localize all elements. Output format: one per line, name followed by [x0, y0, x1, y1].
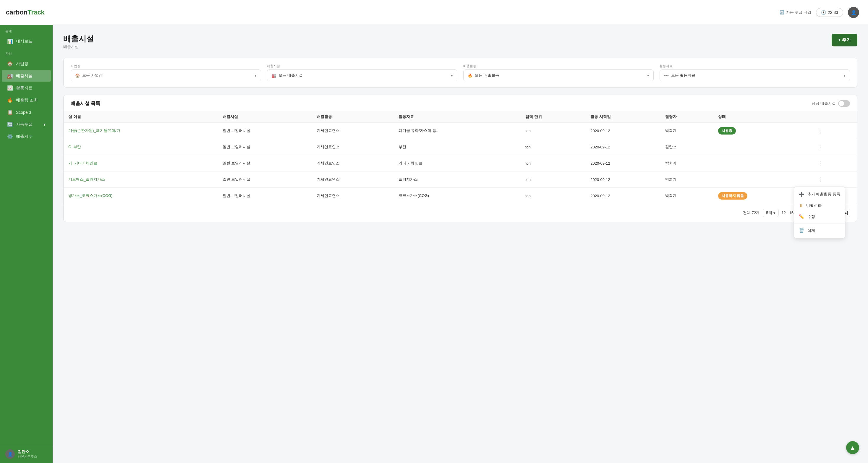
- time-display: 🕐 22:33: [816, 8, 843, 17]
- filter-business-select[interactable]: 🏠 모든 사업장 ▾: [71, 69, 261, 81]
- pagination-total: 전체 72개: [743, 210, 760, 216]
- sidebar-item-activity-data[interactable]: 📈 활동자료: [2, 82, 51, 94]
- cell-status: [713, 139, 811, 155]
- cell-name: 냉가스_코크스가스(COG): [64, 188, 218, 204]
- scope3-icon: 📋: [7, 110, 13, 115]
- sidebar-item-label: Scope 3: [16, 110, 31, 115]
- context-menu-add-activity[interactable]: ➕ 추가 배출활동 등록: [794, 189, 845, 200]
- logo-track: Track: [28, 8, 44, 16]
- col-status: 상태: [713, 111, 811, 123]
- facility-link[interactable]: 가_기타기체연료: [68, 161, 97, 165]
- filter-activity-select[interactable]: 🔥 모든 배출활동 ▾: [463, 69, 654, 81]
- home-icon: 🏠: [7, 61, 13, 66]
- cell-manager: 박회계: [660, 123, 713, 139]
- sidebar-item-dashboard[interactable]: 📊 대시보드: [2, 35, 51, 47]
- filter-business-value: 모든 사업장: [82, 73, 102, 78]
- cell-start-date: 2020-09-12: [586, 155, 660, 172]
- row-menu-button[interactable]: ⋮: [816, 176, 825, 183]
- cell-start-date: 2020-09-12: [586, 123, 660, 139]
- logo-carbon: carbon: [6, 8, 28, 16]
- cell-unit: ton: [521, 172, 586, 188]
- gear-icon: ⚙️: [7, 134, 13, 139]
- filter-activity-data-select[interactable]: 〰️ 모든 활동자료 ▾: [659, 69, 850, 81]
- row-menu-button[interactable]: ⋮: [816, 127, 825, 134]
- charge-toggle[interactable]: [838, 100, 850, 107]
- refresh-icon: 🔄: [780, 10, 784, 14]
- user-name: 김탄소: [18, 449, 37, 455]
- cell-status: 사용중: [713, 123, 811, 139]
- scroll-top-button[interactable]: ▲: [846, 441, 859, 454]
- facility-link[interactable]: G_부탄: [68, 145, 81, 149]
- context-menu: ➕ 추가 배출활동 등록 ⏸ 비활성화 ✏️ 수정 🗑️ 삭제: [794, 187, 845, 238]
- cell-name: G_부탄: [64, 139, 218, 155]
- pause-icon: ⏸: [799, 203, 803, 208]
- sidebar-user: 👤 김탄소 카본사우루스: [0, 445, 53, 463]
- filter-facility-label: 배출시설: [267, 64, 457, 68]
- cell-name: 기오매스_슬러지가스: [64, 172, 218, 188]
- status-badge: 사용하지 않음: [718, 192, 747, 199]
- cell-manager: 김탄소: [660, 139, 713, 155]
- sidebar-item-label: 자동수집: [16, 122, 33, 127]
- cell-menu: ⋮: [811, 155, 857, 172]
- sidebar-item-emission-inquiry[interactable]: 🔥 배출량 조회: [2, 94, 51, 106]
- table-row: 기물(순환자원)_폐기물유화/가 일반 보일러시설 기체연료연소 폐기물 유화/…: [64, 123, 857, 139]
- filter-business: 사업장 🏠 모든 사업장 ▾: [71, 64, 261, 81]
- sync-icon: 🔄: [7, 122, 13, 127]
- filter-facility-select[interactable]: 🏭 모든 배출시설 ▾: [267, 69, 457, 81]
- sidebar-item-emission-factor[interactable]: ⚙️ 배출계수: [2, 131, 51, 142]
- chevron-down-icon: ▾: [43, 122, 45, 127]
- cell-status: [713, 172, 811, 188]
- sidebar-item-auto-collect[interactable]: 🔄 자동수집 ▾: [2, 119, 51, 130]
- cell-activity-data: 폐기물 유화/가스화 등...: [394, 123, 521, 139]
- sidebar-item-scope3[interactable]: 📋 Scope 3: [2, 106, 51, 118]
- context-menu-delete[interactable]: 🗑️ 삭제: [794, 225, 845, 236]
- filter-activity-label: 배출활동: [463, 64, 654, 68]
- col-manager: 담당자: [660, 111, 713, 123]
- auto-collect-label: 자동 수집 작업: [786, 10, 811, 15]
- user-avatar[interactable]: 👤: [848, 7, 859, 18]
- filter-activity-value: 모든 배출활동: [475, 73, 499, 78]
- main-area: 🔄 자동 수집 작업 🕐 22:33 👤 배출시설 배출시설 + 추가 사업장 …: [53, 0, 868, 463]
- sidebar-item-business[interactable]: 🏠 사업장: [2, 58, 51, 69]
- cell-start-date: 2020-09-12: [586, 188, 660, 204]
- cell-activity-data: 코크스가스(COG): [394, 188, 521, 204]
- table-row: 기오매스_슬러지가스 일반 보일러시설 기체연료연소 슬러지가스 ton 202…: [64, 172, 857, 188]
- row-menu-button[interactable]: ⋮: [816, 143, 825, 151]
- cell-unit: ton: [521, 123, 586, 139]
- cell-facility: 일반 보일러시설: [218, 188, 312, 204]
- facility-link[interactable]: 기오매스_슬러지가스: [68, 177, 105, 182]
- cell-activity-data: 부탄: [394, 139, 521, 155]
- wave-filter-icon: 〰️: [664, 73, 669, 78]
- sidebar-item-emission-facility[interactable]: 🏭 배출시설: [2, 70, 51, 82]
- cell-unit: ton: [521, 139, 586, 155]
- table-row: 냉가스_코크스가스(COG) 일반 보일러시설 기체연료연소 코크스가스(COG…: [64, 188, 857, 204]
- cell-facility: 일반 보일러시설: [218, 155, 312, 172]
- add-button[interactable]: + 추가: [832, 34, 857, 47]
- cell-activity: 기체연료연소: [312, 139, 394, 155]
- col-actions: [811, 111, 857, 123]
- facility-link[interactable]: 기물(순환자원)_폐기물유화/가: [68, 128, 120, 133]
- sidebar-item-label: 배출시설: [16, 73, 33, 79]
- filter-activity-data-value: 모든 활동자료: [671, 73, 695, 78]
- context-menu-edit[interactable]: ✏️ 수정: [794, 211, 845, 222]
- facility-link[interactable]: 냉가스_코크스가스(COG): [68, 193, 113, 198]
- pagination-per-page-select[interactable]: 5개 ▾: [763, 209, 778, 217]
- sidebar-item-label: 배출량 조회: [16, 98, 38, 103]
- breadcrumb: 배출시설: [63, 44, 94, 50]
- table-row: G_부탄 일반 보일러시설 기체연료연소 부탄 ton 2020-09-12 김…: [64, 139, 857, 155]
- app-logo: carbonTrack: [0, 0, 53, 25]
- page-title: 배출시설: [63, 34, 94, 44]
- filter-facility-value: 모든 배출시설: [278, 73, 303, 78]
- row-menu-button[interactable]: ⋮: [816, 159, 825, 167]
- cell-unit: ton: [521, 155, 586, 172]
- fire-filter-icon: 🔥: [468, 73, 472, 78]
- table-title: 배출시설 목록: [71, 100, 100, 107]
- sidebar-section-stats: 통계: [0, 25, 53, 35]
- edit-icon: ✏️: [799, 214, 804, 219]
- header: 🔄 자동 수집 작업 🕐 22:33 👤: [53, 0, 868, 25]
- filter-activity: 배출활동 🔥 모든 배출활동 ▾: [463, 64, 654, 81]
- cell-activity-data: 기타 기체연료: [394, 155, 521, 172]
- toggle-label: 담당 배출시설: [811, 101, 836, 106]
- filter-bar: 사업장 🏠 모든 사업장 ▾ 배출시설 🏭 모든 배출시설 ▾ 배출활동 🔥: [63, 58, 857, 88]
- context-menu-deactivate[interactable]: ⏸ 비활성화: [794, 200, 845, 211]
